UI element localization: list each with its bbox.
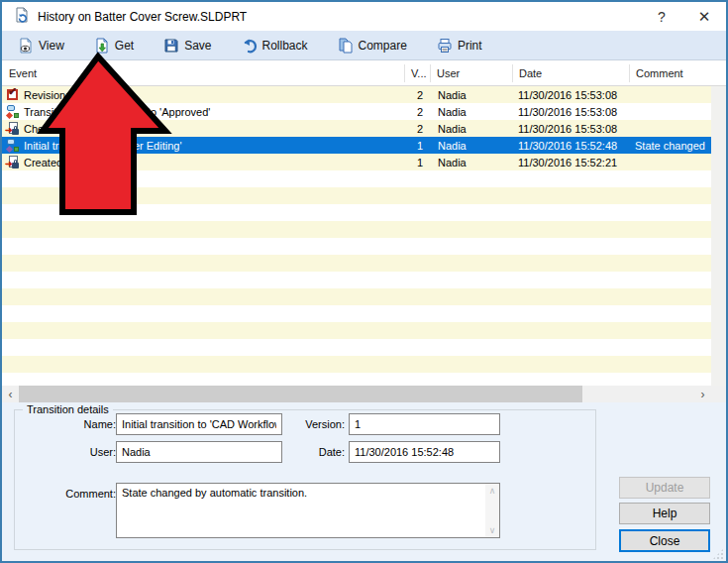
- user-cell: Nadia: [430, 106, 512, 118]
- titlebar: History on Batter Cover Screw.SLDPRT ? ✕: [2, 2, 726, 31]
- vertical-scrollbar-gutter: [711, 86, 726, 386]
- scroll-right-arrow-icon[interactable]: ›: [694, 386, 711, 402]
- list-header: Event V... User Date Comment: [2, 60, 726, 86]
- scroll-left-arrow-icon[interactable]: ‹: [2, 386, 19, 402]
- print-button[interactable]: Print: [429, 35, 490, 56]
- version-field[interactable]: [349, 413, 500, 435]
- comment-scrollbar[interactable]: ∧ ∨: [485, 484, 499, 537]
- get-label: Get: [115, 39, 134, 53]
- version-label: Version:: [291, 418, 345, 430]
- print-icon: [437, 38, 453, 54]
- user-field[interactable]: [116, 441, 282, 463]
- rollback-icon: [242, 38, 258, 54]
- user-cell: Nadia: [430, 89, 512, 101]
- date-cell: 11/30/2016 15:52:48: [512, 140, 629, 152]
- table-row-initial-transition-selected[interactable]: Initial transition to 'Under Editing' 1 …: [2, 137, 711, 154]
- group-label: Transition details: [23, 403, 113, 415]
- compare-button[interactable]: Compare: [330, 35, 415, 56]
- event-text: Checked in: [24, 123, 78, 135]
- column-header-event[interactable]: Event: [2, 64, 404, 82]
- save-button[interactable]: Save: [156, 35, 219, 56]
- column-header-version[interactable]: V...: [404, 64, 430, 82]
- save-icon: [163, 38, 179, 54]
- history-rows: ✔ Revision: 2 Nadia 11/30/2016 15:53:08 …: [2, 86, 711, 170]
- table-row-revision[interactable]: ✔ Revision: 2 Nadia 11/30/2016 15:53:08: [2, 86, 711, 103]
- user-cell: Nadia: [430, 123, 512, 135]
- version-cell: 1: [404, 157, 430, 169]
- compare-label: Compare: [359, 39, 407, 53]
- view-icon: [18, 38, 34, 54]
- save-label: Save: [184, 39, 211, 53]
- update-button[interactable]: Update: [619, 477, 710, 499]
- event-text: Revision:: [24, 89, 68, 101]
- event-text: Transition 'Under Editing' to 'Approved': [24, 106, 210, 118]
- toolbar: View Get Save: [2, 31, 726, 60]
- date-label: Date:: [291, 446, 345, 458]
- details-panel: Transition details Name: Version: User: …: [2, 402, 726, 561]
- scrollbar-thumb[interactable]: [19, 386, 582, 402]
- transition-event-icon: [6, 139, 20, 153]
- compare-icon: [338, 38, 354, 54]
- version-cell: 2: [404, 106, 430, 118]
- date-cell: 11/30/2016 15:53:08: [512, 106, 629, 118]
- table-row-transition-approved[interactable]: Transition 'Under Editing' to 'Approved'…: [2, 103, 711, 120]
- view-button[interactable]: View: [10, 35, 72, 56]
- comment-cell: State changed: [629, 140, 711, 152]
- close-titlebar-button[interactable]: ✕: [685, 2, 723, 31]
- table-row-created[interactable]: ➜ Created 1 Nadia 11/30/2016 15:52:21: [2, 154, 711, 170]
- name-label: Name:: [32, 418, 116, 430]
- event-text: Initial transition to 'Under Editing': [24, 140, 182, 152]
- scroll-down-arrow-icon[interactable]: ∨: [489, 525, 496, 535]
- comment-label: Comment:: [32, 488, 116, 500]
- date-cell: 11/30/2016 15:53:08: [512, 89, 629, 101]
- history-list: Event V... User Date Comment ✔ Revision:…: [2, 60, 726, 386]
- revision-event-icon: ✔: [6, 88, 20, 102]
- history-document-icon: [14, 7, 30, 27]
- print-label: Print: [458, 39, 482, 53]
- column-header-date[interactable]: Date: [512, 64, 629, 82]
- user-cell: Nadia: [430, 140, 512, 152]
- version-cell: 2: [404, 123, 430, 135]
- table-row-checked-in[interactable]: ➜ Checked in 2 Nadia 11/30/2016 15:53:08: [2, 120, 711, 137]
- checkin-event-icon: ➜: [6, 156, 20, 169]
- date-field[interactable]: [349, 441, 500, 463]
- date-cell: 11/30/2016 15:52:21: [512, 157, 629, 169]
- window-title: History on Batter Cover Screw.SLDPRT: [38, 10, 247, 24]
- get-icon: [94, 38, 110, 54]
- empty-rows-stripes: [2, 170, 711, 386]
- scroll-up-arrow-icon[interactable]: ∧: [489, 486, 496, 496]
- get-button[interactable]: Get: [86, 35, 142, 56]
- resize-grip[interactable]: [712, 548, 724, 560]
- user-cell: Nadia: [430, 157, 512, 169]
- rollback-label: Rollback: [262, 39, 308, 53]
- view-label: View: [39, 39, 64, 53]
- version-cell: 1: [404, 140, 430, 152]
- checkin-event-icon: ➜: [6, 122, 20, 136]
- column-header-user[interactable]: User: [430, 64, 512, 82]
- history-dialog: History on Batter Cover Screw.SLDPRT ? ✕…: [0, 0, 728, 563]
- transition-event-icon: [6, 105, 20, 119]
- column-header-comment[interactable]: Comment: [629, 64, 726, 82]
- comment-field[interactable]: State changed by automatic transition.: [116, 483, 500, 538]
- help-titlebar-button[interactable]: ?: [646, 2, 677, 31]
- scrollbar-corner: [711, 386, 726, 402]
- rollback-button[interactable]: Rollback: [234, 35, 316, 56]
- event-text: Created: [24, 157, 62, 169]
- horizontal-scrollbar[interactable]: ‹ ›: [2, 386, 711, 402]
- user-label: User:: [32, 446, 116, 458]
- version-cell: 2: [404, 89, 430, 101]
- close-button[interactable]: Close: [619, 529, 710, 552]
- name-field[interactable]: [116, 413, 282, 435]
- date-cell: 11/30/2016 15:53:08: [512, 123, 629, 135]
- help-button[interactable]: Help: [619, 503, 710, 524]
